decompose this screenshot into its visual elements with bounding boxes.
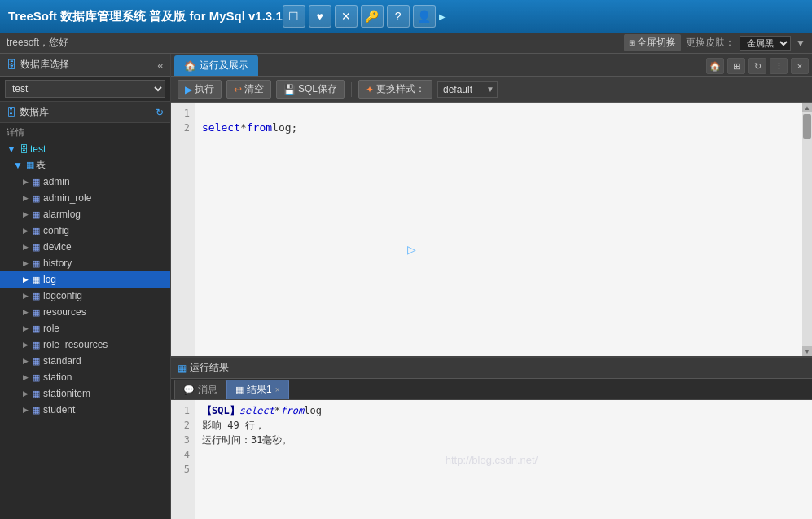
tab-close-button[interactable]: × xyxy=(791,58,809,74)
sidebar-item-stationitem[interactable]: ▶ ▦ stationitem xyxy=(0,385,170,402)
skin-dropdown-arrow-icon[interactable]: ▼ xyxy=(796,37,805,49)
sidebar-item-admin-role[interactable]: ▶ ▦ admin_role xyxy=(0,190,170,206)
right-content: 🏠 运行及展示 🏠 ⊞ ↻ ⋮ × ▶ 执行 ↩ 清空 xyxy=(171,54,812,519)
toolbar-separator xyxy=(351,82,352,97)
result1-tab-icon: ▦ xyxy=(235,385,244,395)
new-icon[interactable]: ☐ xyxy=(283,5,305,28)
tab-run-icon: 🏠 xyxy=(184,60,196,72)
messages-tab-icon: 💬 xyxy=(183,385,195,395)
result-tab-result1[interactable]: ▦ 结果1 × xyxy=(226,380,289,399)
favorite-icon[interactable]: ♥ xyxy=(309,5,331,28)
sidebar-item-resources[interactable]: ▶ ▦ resources xyxy=(0,304,170,320)
table-icon: ▦ xyxy=(32,405,40,416)
result-line-3: 3 xyxy=(171,433,195,447)
result-line-1: 1 xyxy=(171,403,195,418)
clear-button[interactable]: ↩ 清空 xyxy=(226,80,271,99)
tab-refresh-button[interactable]: ↻ xyxy=(748,58,766,74)
table-icon: ▦ xyxy=(32,258,40,269)
cursor-indicator-icon: ▷ xyxy=(407,242,416,257)
tab-home-button[interactable]: 🏠 xyxy=(706,58,724,74)
item-label: logconfig xyxy=(43,290,82,301)
sidebar-item-device[interactable]: ▶ ▦ device xyxy=(0,239,170,255)
sidebar-item-history[interactable]: ▶ ▦ history xyxy=(0,255,170,271)
item-arrow-icon: ▶ xyxy=(23,227,29,235)
refresh-button[interactable]: ↻ xyxy=(156,107,164,118)
item-label: station xyxy=(43,372,72,383)
execute-button[interactable]: ▶ 执行 xyxy=(178,80,222,99)
item-label: alarmlog xyxy=(43,209,81,220)
change-style-button[interactable]: ✦ 更换样式： xyxy=(358,80,432,99)
sidebar-item-role-resources[interactable]: ▶ ▦ role_resources xyxy=(0,336,170,353)
db-select-dropdown[interactable]: test mysql information_schema xyxy=(5,80,165,98)
messages-tab-label: 消息 xyxy=(198,383,217,397)
table-icon: ▦ xyxy=(32,372,40,383)
tab-run-display[interactable]: 🏠 运行及展示 xyxy=(174,55,258,76)
sidebar-item-standard[interactable]: ▶ ▦ standard xyxy=(0,353,170,369)
scroll-track[interactable] xyxy=(802,112,812,346)
sidebar-item-logconfig[interactable]: ▶ ▦ logconfig xyxy=(0,288,170,304)
editor-vertical-scrollbar[interactable]: ▲ ▼ xyxy=(802,103,812,356)
line-numbers: 1 2 xyxy=(171,103,195,356)
sidebar-item-alarmlog[interactable]: ▶ ▦ alarmlog xyxy=(0,206,170,222)
sql-editor-container: ▶ 执行 ↩ 清空 💾 SQL保存 ✦ 更换样式： xyxy=(171,77,812,356)
table-icon: ▦ xyxy=(32,209,40,220)
app-title: TreeSoft 数据库管理系统 普及版 for MySql v1.3.1 xyxy=(8,9,283,24)
fullscreen-button[interactable]: ⊞ 全屏切换 xyxy=(624,34,681,51)
item-arrow-icon: ▶ xyxy=(23,210,29,218)
save-sql-button[interactable]: 💾 SQL保存 xyxy=(276,80,345,99)
db-section-icon: 🗄 xyxy=(7,107,16,118)
table-icon: ▦ xyxy=(32,307,40,318)
sidebar-header: 🗄 数据库选择 « xyxy=(0,54,170,77)
tree-root-node[interactable]: ▼ 🗄 test xyxy=(0,142,170,156)
tree-group-label: 表 xyxy=(36,158,46,172)
tab-grid-button[interactable]: ⊞ xyxy=(727,58,745,74)
sidebar: 🗄 数据库选择 « test mysql information_schema … xyxy=(0,54,171,519)
scroll-thumb[interactable] xyxy=(803,114,811,139)
sidebar-item-log[interactable]: ▶ ▦ log xyxy=(0,271,170,288)
tab-run-label: 运行及展示 xyxy=(200,59,248,73)
item-arrow-icon: ▶ xyxy=(23,178,29,186)
greeting-text: treesoft，您好 xyxy=(7,36,624,50)
table-icon: ▦ xyxy=(32,291,40,301)
style-select[interactable]: default eclipse monokai xyxy=(437,81,498,98)
table-icon: ▦ xyxy=(32,389,40,399)
key-icon[interactable]: 🔑 xyxy=(361,5,384,28)
settings-icon[interactable]: ✕ xyxy=(335,5,358,28)
sidebar-item-role[interactable]: ▶ ▦ role xyxy=(0,320,170,336)
sidebar-item-student[interactable]: ▶ ▦ student xyxy=(0,402,170,418)
result1-close-button[interactable]: × xyxy=(275,385,280,394)
user-icon[interactable]: 👤 xyxy=(413,5,436,28)
fullscreen-label: 全屏切换 xyxy=(637,36,676,50)
editor-line-2: select * from log; xyxy=(202,121,796,135)
result-tab-messages[interactable]: 💬 消息 xyxy=(174,380,226,399)
collapse-arrow-icon[interactable]: ▶ xyxy=(439,5,450,28)
editor-with-scroll: 1 2 select * from log; ▷ xyxy=(171,103,812,356)
tab-more-button[interactable]: ⋮ xyxy=(770,58,788,74)
item-arrow-icon: ▶ xyxy=(23,194,29,202)
sidebar-header-title: 数据库选择 xyxy=(20,58,157,72)
scroll-down-button[interactable]: ▼ xyxy=(802,346,812,356)
grid-icon: ⊞ xyxy=(629,38,635,47)
sql-content-area[interactable]: select * from log; ▷ xyxy=(195,103,802,356)
scroll-up-button[interactable]: ▲ xyxy=(802,103,812,112)
sql-editor[interactable]: 1 2 select * from log; ▷ xyxy=(171,103,802,356)
skin-select[interactable]: 金属黑 xyxy=(740,36,791,51)
sidebar-item-admin[interactable]: ▶ ▦ admin xyxy=(0,174,170,190)
sidebar-item-config[interactable]: ▶ ▦ config xyxy=(0,222,170,239)
db-section-header: 🗄 数据库 ↻ xyxy=(0,102,170,123)
item-label: admin xyxy=(43,176,70,187)
result-line-5: 5 xyxy=(171,462,195,477)
item-label: role_resources xyxy=(43,339,108,350)
result1-tab-label: 结果1 xyxy=(247,383,272,397)
item-arrow-icon: ▶ xyxy=(23,357,29,365)
item-label: admin_role xyxy=(43,192,91,204)
clear-label: 清空 xyxy=(244,82,264,96)
style-select-wrap: default eclipse monokai ▼ xyxy=(437,81,498,98)
tree-group-tables[interactable]: ▼ ▦ 表 xyxy=(0,156,170,174)
help-icon[interactable]: ? xyxy=(387,5,410,28)
sidebar-collapse-button[interactable]: « xyxy=(157,59,164,72)
sidebar-item-station[interactable]: ▶ ▦ station xyxy=(0,369,170,385)
line-num-2: 2 xyxy=(171,121,195,135)
table-icon: ▦ xyxy=(32,226,40,236)
results-area: ▦ 运行结果 💬 消息 ▦ 结果1 × 1 xyxy=(171,356,812,519)
